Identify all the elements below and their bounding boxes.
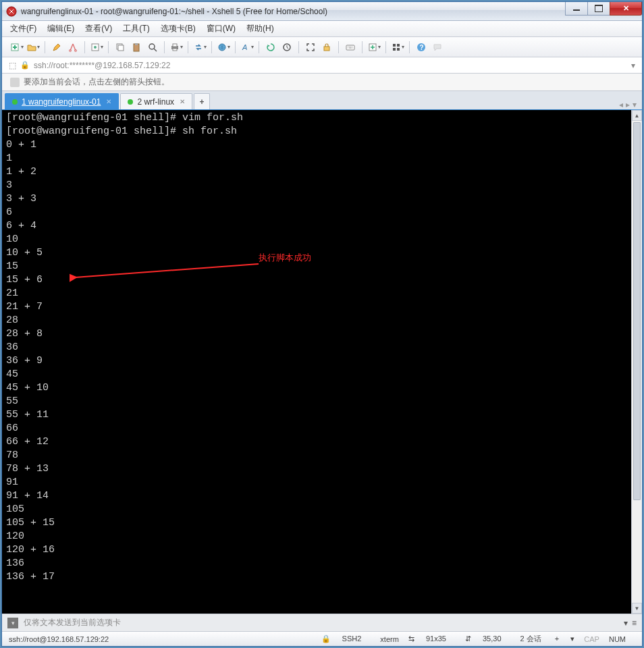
svg-text:?: ? bbox=[420, 44, 424, 51]
new-tab-button[interactable]: + bbox=[194, 93, 210, 109]
copy-icon[interactable] bbox=[113, 40, 127, 54]
lock-icon[interactable] bbox=[320, 40, 333, 54]
status-dot-icon bbox=[12, 99, 18, 105]
tab-label: 1 wangruifenglinux-01 bbox=[22, 97, 101, 107]
svg-rect-23 bbox=[397, 48, 400, 51]
help-icon[interactable]: ? bbox=[414, 40, 428, 54]
svg-rect-7 bbox=[118, 45, 124, 51]
address-overflow-icon[interactable]: ▾ bbox=[631, 61, 635, 70]
tab-close-icon[interactable]: ✕ bbox=[106, 98, 111, 105]
chat-icon[interactable] bbox=[431, 40, 444, 54]
status-size: ⇆ 91x35 bbox=[408, 634, 456, 643]
dropdown-icon[interactable]: ⬚ bbox=[9, 61, 16, 70]
menu-tools[interactable]: 工具(T) bbox=[123, 23, 149, 34]
hint-text: 要添加当前会话，点击左侧的箭头按钮。 bbox=[24, 76, 169, 88]
svg-point-5 bbox=[94, 46, 97, 49]
status-bar: ssh://root@192.168.57.129:22 🔒 SSH2 xter… bbox=[2, 631, 642, 646]
refresh-icon[interactable] bbox=[264, 40, 277, 54]
maximize-button[interactable] bbox=[587, 2, 610, 16]
tab-next-icon[interactable]: ▸ bbox=[626, 100, 630, 109]
globe-icon[interactable] bbox=[217, 40, 230, 54]
session-tab-1[interactable]: 1 wangruifenglinux-01 ✕ bbox=[5, 93, 119, 109]
scroll-down-icon[interactable]: ▼ bbox=[632, 603, 642, 614]
font-icon[interactable]: A bbox=[240, 40, 254, 54]
cut-icon[interactable] bbox=[66, 40, 80, 54]
address-bar[interactable]: ⬚ 🔒 ssh://root:********@192.168.57.129:2… bbox=[2, 57, 642, 74]
scroll-up-icon[interactable]: ▲ bbox=[632, 110, 642, 121]
scroll-thumb[interactable] bbox=[633, 122, 641, 500]
input-mode-icon[interactable]: ▾ bbox=[7, 618, 18, 628]
sync-icon[interactable] bbox=[280, 40, 294, 54]
menu-window[interactable]: 窗口(W) bbox=[207, 23, 236, 34]
menu-file[interactable]: 文件(F) bbox=[10, 23, 36, 34]
input-placeholder: 仅将文本发送到当前选项卡 bbox=[24, 617, 121, 628]
menu-bar: 文件(F) 编辑(E) 查看(V) 工具(T) 选项卡(B) 窗口(W) 帮助(… bbox=[2, 21, 642, 37]
tab-prev-icon[interactable]: ◂ bbox=[619, 100, 623, 109]
status-sessions: 2 会话 + ▾ bbox=[520, 634, 575, 644]
status-capslock: CAP bbox=[584, 635, 599, 643]
pen-icon[interactable] bbox=[50, 40, 63, 54]
tab-label: 2 wrf-linux bbox=[137, 97, 174, 107]
tab-nav: ◂ ▸ ▾ bbox=[619, 100, 637, 109]
svg-rect-12 bbox=[173, 44, 177, 47]
lock-small-icon: 🔒 bbox=[20, 61, 30, 70]
app-icon bbox=[6, 6, 17, 17]
add-box-icon[interactable] bbox=[367, 40, 381, 54]
close-button[interactable] bbox=[610, 2, 642, 16]
toolbar: A ? bbox=[2, 37, 642, 57]
hint-bar: 要添加当前会话，点击左侧的箭头按钮。 bbox=[2, 74, 642, 91]
menu-edit[interactable]: 编辑(E) bbox=[47, 23, 74, 34]
keyboard-icon[interactable] bbox=[344, 40, 357, 54]
svg-rect-17 bbox=[324, 47, 329, 51]
layout-icon[interactable] bbox=[391, 40, 404, 54]
svg-text:A: A bbox=[242, 43, 247, 51]
app-window: wangruifenglinux-01 - root@wangruifeng-0… bbox=[1, 1, 643, 647]
status-dot-icon bbox=[128, 99, 133, 105]
svg-rect-21 bbox=[397, 44, 400, 47]
svg-point-10 bbox=[149, 44, 155, 49]
tab-strip: 1 wangruifenglinux-01 ✕ 2 wrf-linux ✕ + … bbox=[2, 91, 642, 110]
input-menu-icon[interactable]: ≡ bbox=[632, 618, 637, 628]
address-text: ssh://root:********@192.168.57.129:22 bbox=[34, 61, 170, 70]
menu-view[interactable]: 查看(V) bbox=[85, 23, 112, 34]
tab-list-icon[interactable]: ▾ bbox=[633, 100, 637, 109]
fullscreen-icon[interactable] bbox=[304, 40, 317, 54]
svg-rect-13 bbox=[173, 49, 177, 51]
terminal-output[interactable]: [root@wangruifeng-01 shell]# vim for.sh … bbox=[2, 110, 631, 614]
tab-close-icon[interactable]: ✕ bbox=[180, 98, 185, 105]
status-proto: 🔒 SSH2 bbox=[321, 634, 371, 643]
status-cursor: ⇵ 35,30 bbox=[465, 634, 511, 643]
status-emulation: xterm bbox=[380, 635, 399, 643]
status-connection: ssh://root@192.168.57.129:22 bbox=[9, 635, 109, 643]
menu-tabs[interactable]: 选项卡(B) bbox=[161, 23, 196, 34]
input-overflow-icon[interactable]: ▾ bbox=[624, 618, 628, 628]
menu-help[interactable]: 帮助(H) bbox=[246, 23, 274, 34]
input-bar[interactable]: ▾ 仅将文本发送到当前选项卡 ▾ ≡ bbox=[2, 614, 642, 631]
svg-rect-9 bbox=[135, 43, 138, 45]
window-title: wangruifenglinux-01 - root@wangruifeng-0… bbox=[21, 7, 566, 16]
new-session-icon[interactable] bbox=[10, 40, 24, 54]
transfer-icon[interactable] bbox=[193, 40, 207, 54]
vertical-scrollbar[interactable]: ▲ ▼ bbox=[631, 110, 642, 614]
status-numlock: NUM bbox=[609, 635, 626, 643]
settings-icon[interactable] bbox=[90, 40, 103, 54]
terminal-wrap: [root@wangruifeng-01 shell]# vim for.sh … bbox=[2, 110, 642, 614]
find-icon[interactable] bbox=[146, 40, 159, 54]
title-bar[interactable]: wangruifenglinux-01 - root@wangruifeng-0… bbox=[2, 2, 642, 21]
minimize-button[interactable] bbox=[565, 2, 588, 16]
window-buttons bbox=[566, 2, 642, 16]
paste-icon[interactable] bbox=[130, 40, 143, 54]
print-icon[interactable] bbox=[169, 40, 183, 54]
svg-rect-22 bbox=[393, 48, 396, 51]
svg-rect-20 bbox=[393, 44, 396, 47]
open-icon[interactable] bbox=[26, 40, 40, 54]
session-tab-2[interactable]: 2 wrf-linux ✕ bbox=[120, 93, 192, 109]
